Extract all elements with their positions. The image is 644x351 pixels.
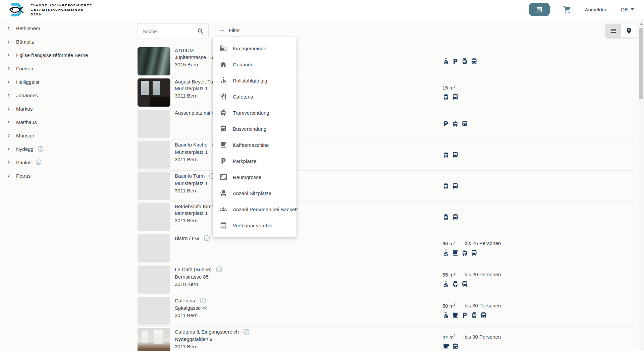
scrollbar[interactable]	[639, 19, 644, 351]
event-available-icon	[220, 222, 227, 229]
room-row[interactable]: Bauinfo Kirche Münsterplatz 13011 Bern	[138, 139, 635, 170]
room-size: 60 m2	[442, 240, 455, 246]
chevron-right-icon	[5, 119, 12, 125]
sidebar-item[interactable]: Heiliggeist	[0, 75, 138, 89]
accessible-icon	[442, 312, 449, 319]
amenity-icons	[442, 152, 459, 159]
filter-menu-item[interactable]: Parkplätze	[213, 153, 297, 169]
sidebar-item[interactable]: Paulus	[0, 156, 138, 169]
sidebar-item[interactable]: Frieden	[0, 62, 138, 75]
filter-menu-item[interactable]: Kirchgemeinde	[213, 40, 297, 56]
room-title: ATRIUM	[175, 48, 194, 53]
info-icon[interactable]	[243, 328, 250, 335]
cart-button[interactable]	[563, 5, 572, 14]
sidebar-item-label: Nydegg	[16, 146, 34, 152]
room-capacity: bis 30 Personen	[465, 334, 501, 340]
accessible-icon	[442, 281, 449, 288]
info-icon[interactable]	[35, 159, 42, 166]
room-row[interactable]: Betriebsinfo Kirche Münsterplatz 13011 B…	[138, 201, 635, 233]
org-name: EVANGELISCH-REFORMIERTE GESAMTKIRCHGEMEI…	[31, 3, 92, 17]
room-photo	[138, 234, 170, 262]
tram-icon	[452, 281, 459, 288]
logo[interactable]: EVANGELISCH-REFORMIERTE GESAMTKIRCHGEMEI…	[8, 2, 92, 17]
room-row[interactable]: Caféteria Spitalgasse 443011 Bern 50 m2b…	[138, 295, 635, 326]
room-details: 65 m2bis 20 Personen	[442, 272, 501, 288]
filter-menu-item[interactable]: Verfügbar von-bis	[213, 217, 297, 233]
room-photo	[138, 297, 170, 325]
parking-icon	[461, 312, 468, 319]
calendar-button[interactable]	[529, 3, 550, 16]
room-title: Bauinfo Turm	[175, 173, 205, 179]
room-row[interactable]: Bauinfo Turm Münsterplatz 13011 Bern	[138, 170, 635, 201]
sidebar-item[interactable]: Eglise française réformée Berne	[0, 48, 138, 62]
chevron-right-icon	[5, 106, 12, 112]
room-details	[442, 58, 478, 65]
room-size: 65 m2	[442, 272, 455, 278]
sidebar-item[interactable]: Bethlehem	[0, 21, 138, 35]
filter-menu-item[interactable]: Busverbindung	[213, 121, 297, 137]
filter-menu-item[interactable]: Rollstuhlgängig	[213, 72, 297, 89]
sidebar-item[interactable]: Johannes	[0, 89, 138, 102]
cart-icon	[563, 5, 572, 14]
room-row[interactable]: ATRIUM Jupiterstrasse 153015 Bern	[138, 46, 635, 77]
filter-menu-item[interactable]: Tramverbindung	[213, 105, 297, 121]
room-row[interactable]: Aussenplatz mit G	[138, 108, 635, 139]
map-view-button[interactable]	[621, 24, 637, 38]
coffee-icon	[452, 249, 459, 256]
accessible-icon	[220, 77, 227, 84]
room-details	[442, 183, 459, 190]
tram-icon	[442, 183, 449, 190]
list-view-button[interactable]	[606, 24, 621, 38]
info-icon[interactable]	[37, 145, 44, 152]
app-header: EVANGELISCH-REFORMIERTE GESAMTKIRCHGEMEI…	[0, 0, 644, 19]
filter-menu-item[interactable]: Raumgrösse	[213, 169, 297, 185]
sidebar-item-label: Johannes	[16, 93, 38, 98]
sidebar-item-label: Münster	[16, 133, 34, 138]
room-row[interactable]: Cafeteria & Eingangsbereich Nydeggstalde…	[138, 326, 635, 351]
chevron-right-icon	[5, 132, 12, 139]
list-icon	[610, 27, 617, 35]
info-icon[interactable]	[199, 297, 206, 304]
filter-menu-item[interactable]: Gebäude	[213, 56, 297, 72]
sidebar-item[interactable]: Markus	[0, 102, 138, 115]
info-icon[interactable]	[203, 235, 210, 242]
filter-button-label: Filter	[229, 27, 240, 33]
sidebar-item[interactable]: Nydegg	[0, 142, 138, 156]
language-switcher[interactable]: DE	[621, 7, 634, 12]
scrollbar-thumb[interactable]	[639, 28, 643, 99]
room-row[interactable]: August Beyer, Turm Münsterplatz 13011 Be…	[138, 77, 635, 108]
sidebar-item[interactable]: Münster	[0, 129, 138, 142]
filter-menu-item[interactable]: Anzahl Personen bei Bankett	[213, 201, 297, 217]
filter-menu-item[interactable]: Anzahl Sitzplätze	[213, 185, 297, 201]
search-input[interactable]	[143, 28, 197, 34]
sidebar-item-label: Bümpliz	[16, 39, 34, 45]
room-details	[442, 120, 468, 127]
scroll-up-icon[interactable]	[640, 23, 643, 25]
filter-menu-item[interactable]: Kaffeemaschine	[213, 137, 297, 153]
room-address: 3018 Bern	[175, 281, 306, 288]
room-row[interactable]: Le Café (Bühne) Bernstrasse 853018 Bern …	[138, 264, 635, 295]
sidebar-item-label: Matthäus	[16, 119, 37, 125]
sidebar-item[interactable]: Bümpliz	[0, 35, 138, 48]
sidebar-item[interactable]: Petrus	[0, 169, 138, 182]
bus-icon	[452, 183, 459, 190]
room-title: Bistro / EG	[175, 235, 199, 241]
filter-button[interactable]: Filter	[219, 27, 240, 34]
search-box[interactable]	[138, 23, 209, 39]
info-icon[interactable]	[216, 266, 223, 273]
room-details	[442, 214, 459, 221]
bus-icon	[461, 120, 468, 127]
room-row[interactable]: Bistro / EG 60 m2bis 25 Personen	[138, 233, 635, 264]
view-toggle	[606, 24, 637, 38]
sidebar-item-label: Eglise française réformée Berne	[16, 52, 88, 58]
sidebar-item[interactable]: Matthäus	[0, 115, 138, 129]
coffee-icon	[220, 141, 227, 149]
room-photo	[138, 328, 170, 351]
tram-icon	[442, 152, 449, 159]
tram-icon	[220, 109, 227, 116]
tram-icon	[461, 249, 468, 256]
filter-menu-item[interactable]: Cafeteria	[213, 89, 297, 105]
login-link[interactable]: Anmelden	[585, 7, 608, 12]
chevron-right-icon	[5, 79, 12, 85]
amenity-icons	[442, 183, 459, 190]
